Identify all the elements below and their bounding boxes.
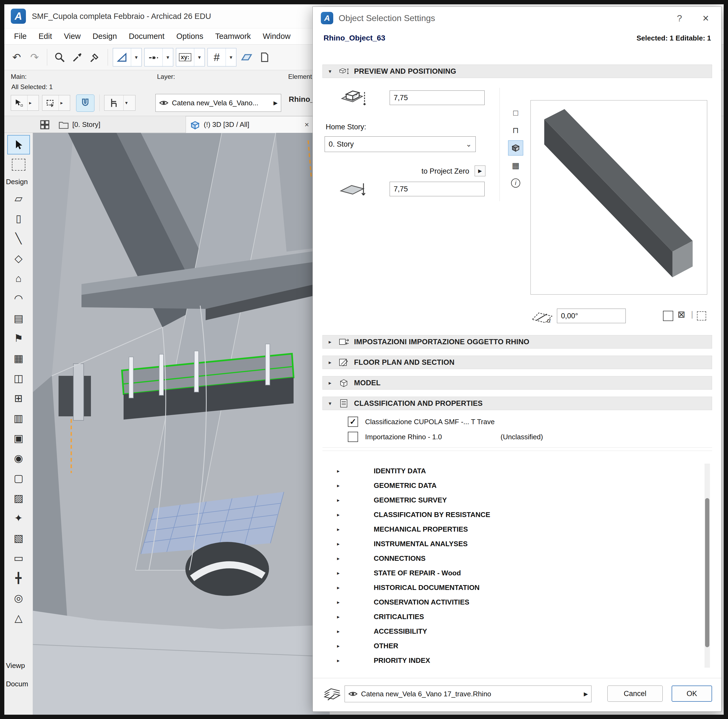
sheet-icon[interactable] [257, 49, 272, 66]
tab-close-icon[interactable]: × [303, 121, 310, 129]
property-group-other[interactable]: ▸OTHER [323, 639, 703, 653]
selection-mode-button[interactable]: ▸ [11, 95, 39, 111]
property-group-conservation-activities[interactable]: ▸CONSERVATION ACTIVITIES [323, 595, 703, 609]
redo-button[interactable]: ↷ [27, 49, 42, 66]
property-group-state-of-repair[interactable]: ▸STATE OF REPAIR - Wood [323, 566, 703, 580]
menu-document[interactable]: Document [123, 28, 170, 44]
preview-mode-2d-button[interactable]: □ [508, 105, 523, 120]
expand-arrow-icon[interactable]: ▸ [337, 527, 348, 532]
flyout-arrow-icon[interactable]: ▸ [27, 95, 33, 110]
expand-arrow-icon[interactable]: ▸ [337, 468, 348, 474]
close-button[interactable]: × [698, 13, 713, 23]
collapse-arrow-icon[interactable]: ▾ [326, 69, 333, 74]
expand-arrow-icon[interactable]: ▸ [337, 483, 348, 488]
property-group-mechanical-properties[interactable]: ▸MECHANICAL PROPERTIES [323, 522, 703, 537]
marquee-mode-button[interactable]: ▸ [42, 95, 70, 111]
section-rhino-import-settings[interactable]: ▸ IMPOSTAZIONI IMPORTAZIONE OGGETTO RHIN… [323, 335, 712, 348]
object-3d-preview[interactable] [531, 100, 707, 294]
favorites-button[interactable]: ▾ [104, 95, 135, 111]
top-elevation-input[interactable] [390, 90, 485, 105]
bounding-box-icon[interactable] [697, 311, 706, 320]
shell-tool[interactable]: ◠ [7, 289, 30, 308]
railing-tool[interactable]: ⚑ [7, 329, 30, 348]
property-group-geometric-survey[interactable]: ▸GEOMETRIC SURVEY [323, 493, 703, 507]
dropdown-arrow-icon[interactable]: ▾ [194, 48, 205, 66]
preview-mode-elevation-button[interactable]: ⊓ [508, 123, 523, 138]
expand-arrow-icon[interactable]: ▸ [337, 541, 348, 546]
expand-arrow-icon[interactable]: ▸ [337, 614, 348, 619]
snap-grid-combo[interactable]: # ▾ [208, 48, 236, 66]
tab-3d-view[interactable]: (!) 3D [3D / All] × [186, 116, 315, 133]
expand-arrow-icon[interactable]: ▸ [337, 556, 348, 561]
3d-viewport[interactable] [33, 133, 330, 715]
preview-mode-section-button[interactable]: ▦ [508, 158, 523, 173]
object-tool[interactable]: ▣ [7, 428, 30, 448]
cancel-button[interactable]: Cancel [607, 685, 663, 702]
collapse-arrow-icon[interactable]: ▾ [326, 401, 333, 406]
expand-arrow-icon[interactable]: ▸ [337, 599, 348, 605]
beam-tool[interactable]: ╲ [7, 229, 30, 248]
guide-line-combo[interactable]: ▾ [144, 48, 173, 66]
expand-arrow-icon[interactable]: ▸ [337, 570, 348, 576]
tab-story[interactable]: [0. Story] [58, 116, 100, 133]
quick-layout-icon[interactable] [40, 120, 50, 131]
stair-tool[interactable]: ▤ [7, 309, 30, 328]
skylight-tool[interactable]: ▥ [7, 408, 30, 428]
property-group-historical-documentation[interactable]: ▸HISTORICAL DOCUMENTATION [323, 580, 703, 595]
classification-row[interactable]: Importazione Rhino - 1.0 (Unclassified) [323, 430, 703, 444]
wall-tool[interactable]: ▱ [7, 189, 30, 208]
bottom-elevation-input[interactable] [390, 182, 485, 196]
menu-edit[interactable]: Edit [33, 28, 58, 44]
property-group-priority-index[interactable]: ▸PRIORITY INDEX [323, 653, 703, 668]
menu-teamwork[interactable]: Teamwork [209, 28, 257, 44]
syringe-icon[interactable] [88, 49, 103, 66]
undo-button[interactable]: ↶ [9, 49, 24, 66]
footer-layer-selector[interactable]: Catena new_Vela 6_Vano 17_trave.Rhino ▶ [344, 685, 592, 702]
curtain-wall-tool[interactable]: ▦ [7, 348, 30, 368]
mesh-tool[interactable]: ▨ [7, 488, 30, 508]
door-tool[interactable]: ◫ [7, 368, 30, 388]
expand-arrow-icon[interactable]: ▸ [337, 512, 348, 517]
expand-arrow-icon[interactable]: ▸ [337, 629, 348, 634]
flyout-arrow-icon[interactable]: ▶ [584, 691, 588, 697]
collapse-arrow-icon[interactable]: ▸ [326, 380, 333, 386]
dropdown-arrow-icon[interactable]: ▾ [162, 48, 173, 66]
expand-arrow-icon[interactable]: ▸ [337, 643, 348, 648]
section-classification-properties[interactable]: ▾ CLASSIFICATION AND PROPERTIES [323, 397, 712, 410]
expand-arrow-icon[interactable]: ▸ [337, 498, 348, 503]
morph-tool[interactable]: ✦ [7, 508, 30, 528]
coordinate-input-combo[interactable]: xy: ▾ [176, 48, 205, 66]
flyout-arrow-icon[interactable]: ▸ [58, 95, 64, 110]
classification-checkbox-unchecked[interactable] [348, 432, 358, 442]
zoom-tool-icon[interactable] [52, 49, 67, 66]
section-floor-plan[interactable]: ▸ FLOOR PLAN AND SECTION [323, 356, 712, 369]
dialog-scrollbar[interactable] [705, 464, 710, 668]
expand-arrow-icon[interactable]: ▸ [337, 585, 348, 590]
property-group-criticalities[interactable]: ▸CRITICALITIES [323, 609, 703, 624]
trace-reference-icon[interactable] [239, 49, 254, 66]
menu-view[interactable]: View [58, 28, 87, 44]
property-group-connections[interactable]: ▸CONNECTIONS [323, 551, 703, 566]
rotation-angle-input[interactable] [557, 309, 626, 323]
grid-element-tool[interactable]: ╋ [7, 568, 30, 588]
preview-mode-info-button[interactable]: i [508, 175, 523, 191]
dropdown-arrow-icon[interactable]: ▾ [123, 95, 129, 110]
property-group-instrumental-analyses[interactable]: ▸INSTRUMENTAL ANALYSES [323, 537, 703, 551]
eyedropper-icon[interactable] [70, 49, 85, 66]
slab-tool[interactable]: ◇ [7, 249, 30, 268]
dialog-title-bar[interactable]: A Object Selection Settings ? × [313, 7, 721, 29]
section-preview-positioning[interactable]: ▾ PREVIEW AND POSITIONING [323, 64, 712, 78]
collapse-arrow-icon[interactable]: ▸ [326, 339, 333, 345]
collapse-arrow-icon[interactable]: ▸ [326, 360, 333, 365]
property-group-identity-data[interactable]: ▸IDENTITY DATA [323, 464, 703, 478]
camera-tool[interactable]: ◎ [7, 588, 30, 608]
opening-tool[interactable]: ▭ [7, 548, 30, 568]
truss-tool[interactable]: ▧ [7, 528, 30, 548]
dropdown-arrow-icon[interactable]: ▾ [131, 48, 141, 66]
property-group-geometric-data[interactable]: ▸GEOMETRIC DATA [323, 478, 703, 493]
ok-button[interactable]: OK [671, 685, 712, 702]
layer-selector[interactable]: Catena new_Vela 6_Vano... ▶ [155, 94, 281, 112]
section-model[interactable]: ▸ MODEL [323, 376, 712, 389]
expand-arrow-icon[interactable]: ▸ [337, 658, 348, 663]
window-tool[interactable]: ⊞ [7, 388, 30, 408]
